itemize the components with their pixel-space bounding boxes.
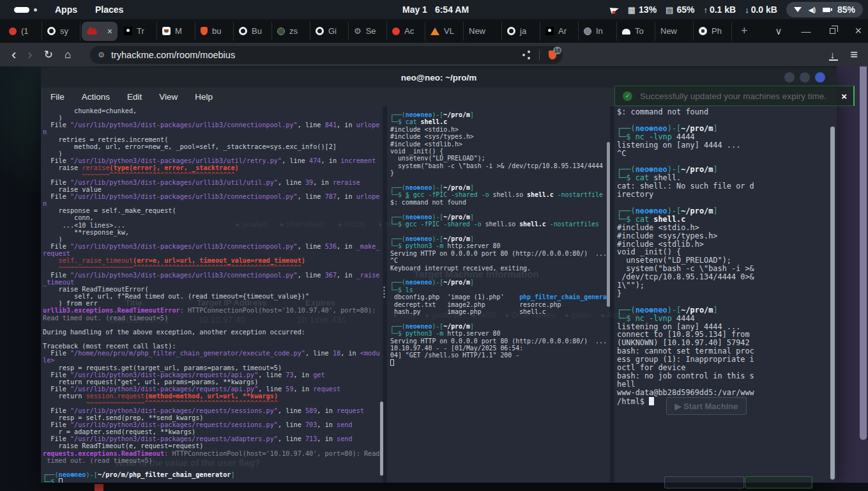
thm-icon — [87, 30, 97, 35]
volume-icon: ◀) — [809, 6, 816, 13]
browser-tab[interactable]: ⚙Se — [349, 22, 387, 41]
terminal-maximize-button[interactable] — [800, 72, 810, 82]
cpu-indicator[interactable]: ▦ 13% — [628, 4, 657, 15]
memory-icon: ▤ — [666, 5, 673, 15]
browser-tab[interactable]: Ac — [387, 22, 425, 41]
terminal-pane-right[interactable]: $: command not found ┌──(neo⊛neo)-[~/pro… — [614, 106, 837, 483]
tab-label: In — [596, 26, 603, 36]
share-icon[interactable] — [522, 54, 525, 56]
clock[interactable]: May 1 6:54 AM — [402, 4, 469, 15]
terminal-menu-view[interactable]: View — [159, 92, 178, 102]
browser-tab[interactable]: (1 — [4, 22, 42, 41]
tab-close-icon[interactable]: × — [107, 26, 112, 36]
success-check-icon: ✓ — [623, 91, 632, 101]
tab-label: Ar — [558, 26, 567, 36]
github-icon — [507, 27, 515, 35]
terminal-menu-edit[interactable]: Edit — [127, 92, 142, 102]
github-icon — [47, 27, 56, 35]
browser-tab[interactable]: × — [82, 22, 118, 41]
browser-tab[interactable]: bu — [195, 22, 234, 41]
desktop: Apps Places May 1 6:54 AM ▦ 13% ▤ 65% ↑ … — [0, 0, 868, 491]
page-bottom-strip — [0, 483, 868, 491]
browser-tab[interactable]: Ar — [540, 22, 579, 41]
memory-indicator[interactable]: ▤ 65% — [666, 4, 694, 15]
browser-tab[interactable]: New — [655, 22, 694, 41]
terminal-menu-actions[interactable]: Actions — [82, 92, 110, 102]
browser-tab[interactable]: VL — [425, 22, 464, 41]
tab-label: To — [635, 26, 644, 36]
terminal-titlebar[interactable]: neo@neo: ~/pro/m — [41, 67, 837, 88]
menu-places[interactable]: Places — [95, 4, 123, 15]
browser-tab[interactable]: ja — [502, 22, 540, 41]
launcher-icon[interactable] — [14, 7, 29, 13]
terminal-pane-middle[interactable]: ┌──(neo⊛neo)-[~/pro/m]└─$ cat shell.c#in… — [387, 106, 610, 483]
shield-red-icon — [392, 27, 400, 35]
tab-label: sy — [60, 26, 68, 36]
bulb-icon — [545, 27, 554, 35]
tab-search-chevron-icon[interactable]: ∨ — [775, 26, 782, 37]
reload-button[interactable]: ↻ — [44, 48, 53, 61]
browser-tab[interactable]: Gi — [310, 22, 349, 41]
pane-divider-right[interactable] — [610, 106, 614, 483]
telegram-icon[interactable] — [610, 5, 620, 14]
tab-label: Tr — [137, 26, 144, 36]
notification-close-icon[interactable]: × — [841, 91, 847, 102]
close-button[interactable]: × — [855, 24, 862, 38]
time-label: 6:54 AM — [435, 4, 469, 15]
github-icon — [316, 27, 324, 35]
vlc-icon — [430, 27, 439, 35]
minimize-button[interactable]: — — [801, 26, 811, 36]
browser-tab[interactable]: Tr — [119, 22, 157, 41]
terminal-minimize-button[interactable] — [784, 72, 795, 82]
page-scrollbar[interactable] — [860, 61, 867, 440]
browser-menu-button[interactable]: ≡ — [850, 47, 858, 62]
terminal-content: chunked=chunked, ) File "/usr/lib/python… — [41, 106, 837, 483]
terminal-pane-left[interactable]: chunked=chunked, ) File "/usr/lib/python… — [41, 106, 383, 483]
tab-label: ja — [520, 26, 526, 36]
site-settings-icon[interactable]: ⚙ — [98, 51, 105, 59]
tab-label: Se — [366, 26, 376, 36]
terminal-menu-help[interactable]: Help — [195, 92, 213, 102]
browser-tab[interactable]: Ph — [694, 22, 732, 41]
system-tray[interactable]: ◀) 85% — [786, 2, 863, 17]
browser-tab[interactable]: sy — [42, 22, 80, 41]
home-button[interactable]: ⌂ — [65, 49, 71, 61]
downloads-button[interactable]: ↓ — [830, 49, 835, 60]
forward-button[interactable]: › — [27, 47, 32, 63]
tab-label: bu — [212, 26, 221, 36]
tab-label: Bu — [252, 26, 262, 36]
brave-shield-icon[interactable]: 10 — [549, 51, 556, 59]
terminal-menu-file[interactable]: File — [50, 92, 65, 102]
php-icon — [699, 27, 707, 35]
net-up-value: 0.1 kB — [710, 4, 736, 15]
left-pane-scrollbar[interactable] — [380, 401, 383, 476]
net-down-indicator[interactable]: ↓ 0.0 kB — [745, 4, 777, 15]
browser-tabbar: (1sy×TrMbuBuzsGi⚙SeAcVLNewjaArInToNewPh … — [0, 19, 868, 43]
browser-tab[interactable]: New — [464, 22, 502, 41]
back-button[interactable]: ‹ — [11, 47, 16, 63]
browser-tab[interactable]: M — [157, 22, 195, 41]
restore-button[interactable] — [830, 28, 835, 34]
terminal-title: neo@neo: ~/pro/m — [401, 73, 477, 82]
divider-grip-icon — [383, 286, 385, 298]
menu-apps[interactable]: Apps — [55, 4, 77, 15]
shield-badge: 10 — [553, 47, 561, 54]
new-tab-button[interactable]: + — [741, 24, 748, 38]
right-pane-scrollbar[interactable] — [830, 127, 835, 479]
tab-label: Ac — [404, 26, 414, 36]
tab-label: M — [175, 26, 182, 36]
browser-tab[interactable]: In — [579, 22, 617, 41]
browser-navbar: ‹ › ↻ ⌂ ⚙ tryhackme.com/room/moebius 10 … — [0, 43, 868, 66]
browser-tab[interactable]: To — [617, 22, 655, 41]
date-label: May 1 — [402, 4, 427, 15]
notification-text: Successfully updated your machines expir… — [640, 91, 826, 101]
url-bar[interactable]: ⚙ tryhackme.com/room/moebius 10 — [90, 46, 563, 64]
browser-tab[interactable]: Bu — [234, 22, 272, 41]
browser-tab[interactable]: zs — [272, 22, 310, 41]
middle-pane-scrollbar[interactable] — [607, 142, 610, 307]
net-up-indicator[interactable]: ↑ 0.1 kB — [703, 4, 736, 15]
github-icon — [239, 27, 247, 35]
terminal-close-button[interactable] — [815, 72, 825, 82]
pane-divider-left[interactable] — [383, 106, 387, 483]
url-text[interactable]: tryhackme.com/room/moebius — [111, 50, 235, 60]
